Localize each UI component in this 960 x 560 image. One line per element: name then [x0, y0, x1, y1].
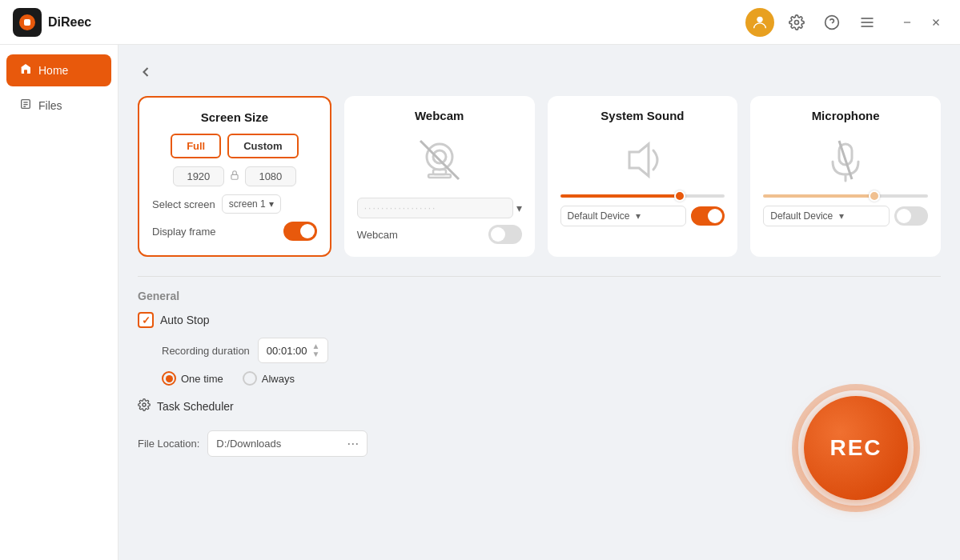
home-icon — [19, 62, 32, 78]
screen-option: screen 1 — [229, 198, 266, 210]
webcam-toggle-thumb — [491, 227, 505, 242]
main-content: Screen Size Full Custom Select screen sc… — [118, 45, 960, 560]
duration-row: Recording duration 00:01:00 ▲ ▼ — [138, 338, 941, 363]
sidebar: Home Files — [0, 45, 118, 560]
rec-outer-ring: REC — [792, 384, 920, 512]
radio-one-time-label: One time — [181, 373, 223, 385]
radio-one-time[interactable]: One time — [162, 371, 223, 386]
size-buttons: Full Custom — [171, 134, 299, 158]
display-frame-row: Display frame — [152, 222, 317, 241]
duration-label: Recording duration — [162, 345, 250, 357]
auto-stop-row: ✓ Auto Stop — [138, 312, 941, 328]
radio-always[interactable]: Always — [243, 371, 295, 386]
sidebar-item-home[interactable]: Home — [6, 54, 111, 86]
select-screen-label: Select screen — [152, 198, 215, 210]
mic-icon-wrap — [817, 132, 874, 188]
sidebar-home-label: Home — [38, 64, 68, 77]
microphone-title: Microphone — [812, 109, 880, 122]
screen-size-card: Screen Size Full Custom Select screen sc… — [138, 96, 331, 257]
microphone-toggle[interactable] — [894, 206, 928, 226]
app-title: DiReec — [48, 15, 91, 30]
duration-input[interactable]: 00:01:00 ▲ ▼ — [258, 338, 329, 363]
system-sound-card: System Sound Default Device ▾ — [548, 96, 738, 257]
menu-icon[interactable] — [854, 10, 880, 35]
microphone-device-label: Default Device — [770, 210, 833, 222]
radio-always-outer — [243, 371, 257, 386]
webcam-icon-wrap — [412, 132, 468, 188]
sidebar-item-files[interactable]: Files — [6, 90, 111, 122]
microphone-device-row: Default Device ▾ — [763, 206, 928, 226]
custom-button[interactable]: Custom — [227, 134, 298, 158]
window-controls — [896, 11, 947, 34]
webcam-card: Webcam ················· ▾ — [344, 96, 535, 257]
rec-label: REC — [829, 435, 882, 461]
auto-stop-checkbox[interactable]: ✓ — [138, 312, 154, 328]
webcam-label-row: Webcam — [357, 225, 522, 244]
svg-point-2 — [757, 16, 762, 22]
svg-point-3 — [795, 20, 799, 24]
rec-button-wrap: REC — [792, 384, 920, 512]
general-title: General — [138, 290, 941, 302]
microphone-slider[interactable] — [763, 194, 928, 198]
task-scheduler-label: Task Scheduler — [157, 400, 234, 413]
files-icon — [19, 98, 32, 114]
system-sound-title: System Sound — [601, 109, 684, 122]
screen-size-title: Screen Size — [201, 110, 268, 124]
svg-rect-1 — [24, 19, 30, 26]
lock-icon — [229, 170, 240, 183]
webcam-device-select[interactable]: ················· — [357, 198, 513, 218]
logo-icon — [13, 8, 42, 37]
dropdown-arrow: ▾ — [269, 198, 274, 210]
height-input[interactable] — [245, 166, 296, 186]
cards-row: Screen Size Full Custom Select screen sc… — [138, 96, 941, 257]
screen-select-dropdown[interactable]: screen 1 ▾ — [222, 194, 281, 214]
webcam-label: Webcam — [357, 229, 398, 241]
device-select-arrow: ▾ — [636, 210, 641, 222]
app-logo: DiReec — [13, 8, 91, 37]
display-frame-label: Display frame — [152, 226, 215, 238]
system-sound-toggle[interactable] — [691, 206, 725, 226]
file-path-more[interactable]: ··· — [347, 435, 359, 452]
back-button[interactable] — [138, 61, 160, 83]
svg-rect-22 — [428, 174, 451, 178]
settings-icon[interactable] — [784, 10, 809, 35]
file-path-text: D:/Downloads — [216, 438, 340, 450]
svg-marker-23 — [629, 144, 649, 176]
rec-button[interactable]: REC — [804, 396, 908, 500]
title-bar: DiReec — [0, 0, 960, 45]
toggle-thumb — [300, 224, 315, 238]
microphone-device-select[interactable]: Default Device ▾ — [763, 206, 890, 226]
display-frame-toggle[interactable] — [283, 222, 317, 241]
task-gear-icon — [138, 398, 151, 414]
microphone-card: Microphone Default Devi — [750, 96, 941, 257]
system-sound-device-label: Default Device — [568, 210, 630, 222]
size-inputs — [173, 166, 296, 186]
checkbox-check: ✓ — [142, 314, 151, 326]
duration-spinners[interactable]: ▲ ▼ — [311, 342, 319, 358]
section-divider — [138, 276, 941, 277]
system-sound-slider[interactable] — [560, 194, 725, 198]
avatar-icon[interactable] — [745, 8, 774, 37]
auto-stop-label: Auto Stop — [160, 314, 210, 326]
webcam-dropdown-chevron[interactable]: ▾ — [516, 202, 522, 214]
spinner-down[interactable]: ▼ — [311, 350, 319, 358]
app-body: Home Files Screen Size Full Custom — [0, 45, 960, 560]
webcam-toggle[interactable] — [488, 225, 522, 244]
svg-point-18 — [427, 144, 452, 170]
duration-value: 00:01:00 — [267, 345, 307, 357]
radio-always-label: Always — [262, 373, 295, 385]
file-path-box[interactable]: D:/Downloads ··· — [207, 430, 368, 457]
radio-one-time-inner — [166, 375, 173, 382]
svg-point-27 — [143, 403, 146, 406]
help-icon[interactable] — [819, 10, 845, 35]
minimize-button[interactable] — [896, 11, 918, 34]
close-button[interactable] — [925, 11, 947, 34]
full-button[interactable]: Full — [171, 134, 221, 158]
radio-one-time-outer — [162, 371, 176, 386]
width-input[interactable] — [173, 166, 224, 186]
sidebar-files-label: Files — [38, 99, 62, 112]
system-sound-device-select[interactable]: Default Device ▾ — [560, 206, 687, 226]
webcam-select-row: ················· ▾ — [357, 198, 522, 218]
system-sound-device-row: Default Device ▾ — [560, 206, 725, 226]
file-location-label: File Location: — [138, 438, 199, 450]
